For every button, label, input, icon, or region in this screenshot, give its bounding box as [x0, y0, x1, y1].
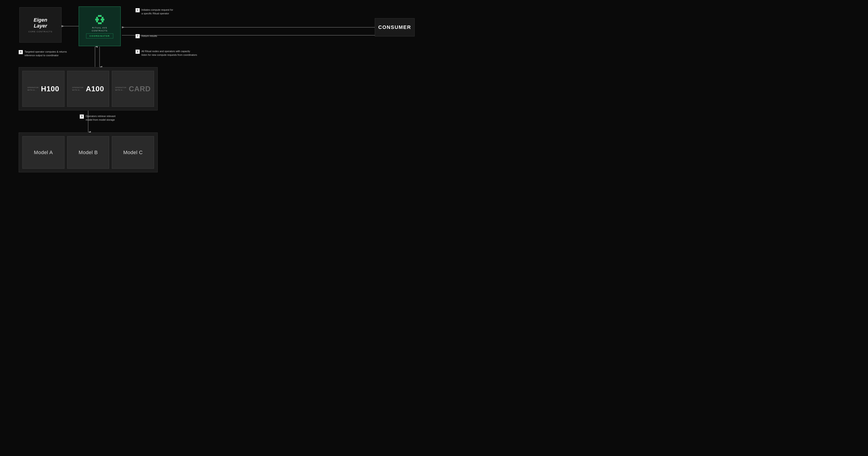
operator-card-h100: OPERATORWITH A... H100 [22, 71, 64, 107]
step4-text: Targeted operator computes & returnsinfe… [25, 50, 67, 57]
operators-section: OPERATORWITH A... H100 OPERATORWITH A...… [19, 67, 158, 110]
svg-rect-11 [100, 15, 102, 17]
ritual-avs-box: RITUAL AVS CONTRACTS COORDINATOR [79, 6, 121, 46]
coordinator-badge: COORDINATOR [86, 33, 113, 38]
step1-badge: 1 [135, 8, 140, 12]
svg-rect-13 [98, 17, 100, 19]
step2-label: 2 All Ritual nodes and operators with ca… [135, 50, 197, 57]
step3-badge: 3 [80, 115, 84, 119]
step1-label: 1 Initiates compute request fora specifi… [135, 8, 173, 15]
operator-a100-small: OPERATORWITH A... [72, 86, 83, 92]
operator-h100-small: OPERATORWITH A... [27, 86, 38, 92]
model-card-a: Model A [22, 136, 64, 169]
svg-rect-14 [100, 17, 102, 19]
svg-rect-10 [98, 15, 100, 17]
svg-rect-12 [96, 17, 98, 19]
step7-badge: 7 [135, 34, 140, 38]
model-b-label: Model B [79, 150, 98, 156]
step4-badge: 4 [19, 50, 23, 54]
svg-rect-22 [100, 21, 102, 22]
operator-h100-big: H100 [41, 85, 59, 93]
step4-label: 4 Targeted operator computes & returnsin… [19, 50, 67, 57]
step7-text: Return results [142, 34, 157, 38]
step7-label: 7 Return results [135, 34, 157, 38]
model-a-label: Model A [34, 150, 53, 156]
operator-card-a100: OPERATORWITH A... A100 [67, 71, 110, 107]
operator-card-small: OPERATORWITH A... [115, 86, 126, 92]
consumer-box: CONSUMER [375, 18, 415, 36]
eigenlayer-subtitle: CORE CONTRACTS [29, 31, 53, 33]
ritual-avs-label: RITUAL AVS CONTRACTS [92, 26, 108, 32]
step2-text: All Ritual nodes and operators with capa… [142, 50, 197, 57]
step3-text: Operators retrieve relevantmodel from mo… [86, 115, 116, 122]
eigenlayer-box: Eigen Layer CORE CONTRACTS [19, 7, 62, 42]
svg-rect-16 [95, 19, 97, 21]
model-c-label: Model C [123, 150, 143, 156]
svg-rect-20 [96, 21, 98, 22]
model-card-c: Model C [112, 136, 154, 169]
step1-text: Initiates compute request fora specific … [142, 8, 173, 15]
svg-rect-25 [100, 22, 102, 24]
svg-rect-18 [101, 19, 102, 21]
consumer-label: CONSUMER [378, 24, 411, 30]
step2-badge: 2 [135, 50, 140, 54]
svg-rect-23 [102, 21, 103, 22]
model-card-b: Model B [67, 136, 110, 169]
eigenlayer-logo: Eigen Layer [34, 17, 48, 29]
operator-card-card: OPERATORWITH A... CARD [112, 71, 154, 107]
svg-rect-17 [97, 19, 99, 21]
diagram-container: Eigen Layer CORE CONTRACTS R [0, 0, 434, 228]
step3-label: 3 Operators retrieve relevantmodel from … [80, 115, 116, 122]
operator-card-big: CARD [129, 85, 151, 93]
svg-rect-21 [98, 21, 100, 22]
svg-rect-15 [102, 17, 103, 19]
models-section: Model A Model B Model C [19, 132, 158, 172]
operator-a100-big: A100 [86, 85, 104, 93]
svg-rect-19 [102, 19, 104, 21]
ritual-logo-icon [94, 14, 105, 25]
arrows-overlay [0, 0, 434, 228]
svg-rect-24 [98, 22, 100, 24]
